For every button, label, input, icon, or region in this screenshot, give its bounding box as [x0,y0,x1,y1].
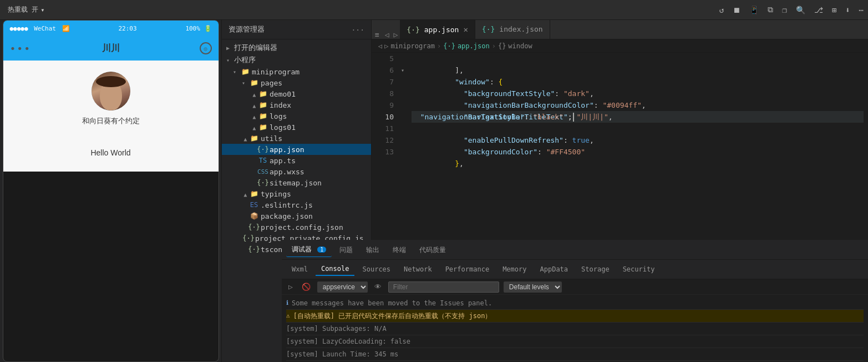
tree-item-pages[interactable]: ▾ 📁 pages [222,77,371,88]
copy-icon[interactable]: ❐ [782,6,786,14]
console-msg-1: ⚠ [自动热重载] 已开启代码文件保存后自动热重载（不支持 json） [372,310,864,323]
chevron-icon: ▶ [242,191,248,197]
console-filter-input[interactable] [388,281,499,293]
code-area[interactable]: ], "window": { "backgroundTextStyle": "d… [407,53,868,240]
tab-appdata[interactable]: AppData [534,263,573,275]
download-icon[interactable]: ⬇ [845,6,850,14]
console-messages: ℹ Some messages have been moved to the I… [372,295,868,362]
tab-storage[interactable]: Storage [576,263,615,275]
tab-nav-arrows[interactable]: ◁ ▷ [383,31,400,39]
console-msg-text-4: [system] Launch Time: 345 ms [372,349,398,359]
phone-signal: ●●●●● WeChat 📶 [10,25,70,32]
refresh-icon[interactable]: ↺ [719,6,724,14]
wxss-file-icon: CSS [258,167,267,176]
tab-network[interactable]: Network [398,263,438,275]
phone-time: 22:03 [118,25,136,32]
folder-name-pages: pages [261,79,282,87]
tree-item-logs[interactable]: ▶ 📁 logs [222,110,371,122]
explorer-title: 资源管理器 [229,24,265,34]
tab-output[interactable]: 输出 [372,243,385,257]
breadcrumb-forward[interactable]: ▷ [384,42,388,50]
tree-item-miniprogram[interactable]: ▾ 📁 miniprogram [222,66,371,77]
breadcrumb: ◁ ▷ miniprogram › {·} app.json › {} wind… [372,39,868,53]
tab-label-index-json: index.json [499,25,542,33]
line-num-9: 9 [372,99,394,111]
phone-icon[interactable]: 📱 [749,6,759,14]
folder-name-miniprogram: miniprogram [252,68,300,76]
ts-file-icon: TS [258,156,267,165]
tree-item-index[interactable]: ▶ 📁 index [222,99,371,110]
console-msg-4: [system] Launch Time: 345 ms [372,348,864,361]
console-level-select[interactable]: Default levels [504,281,562,293]
tree-item-eslint[interactable]: ES .eslintrc.js [222,199,371,210]
console-msg-text-0: Some messages have been moved to the Iss… [372,298,492,308]
folder-icon: 📁 [241,67,250,76]
console-msg-text-3: [system] LazyCodeLoading: false [372,336,410,346]
json2-tab-icon: {·} [482,25,495,33]
top-toolbar: 热重载 开 ▾ ↺ ⏹ 📱 ⧉ ❐ 🔍 ⎇ ⊞ ⬇ ⋯ [0,0,868,20]
stop-icon[interactable]: ⏹ [733,6,740,14]
tab-code-quality[interactable]: 代码质量 [414,243,451,257]
file-name-project-config: project.config.json [261,223,343,232]
console-msg-3: [system] LazyCodeLoading: false [372,335,864,348]
phone-camera-icon: ◎ [200,42,212,54]
more-icon[interactable]: ··· [352,26,364,34]
breadcrumb-sep-1: › [437,42,441,50]
file-name-eslint: .eslintrc.js [261,201,313,209]
file-name-sitemap: sitemap.json [270,179,322,187]
folder-name-logs01: logs01 [270,123,296,132]
search-icon[interactable]: 🔍 [796,6,805,14]
tab-nav-left[interactable]: ≡ [372,31,383,39]
line-num-5: 5 [372,53,394,64]
console-toolbar: ▷ 🚫 appservice 👁 Default levels [372,279,868,295]
tab-app-json[interactable]: {·} app.json ✕ [400,20,475,39]
chevron-icon: ▶ [226,45,232,51]
folder-icon: 📁 [258,100,267,109]
reload-button[interactable]: 热重载 开 ▾ [4,4,48,16]
chevron-icon: ▾ [233,69,238,75]
miniprogram-label: 小程序 [234,55,256,65]
tree-item-utils[interactable]: ▶ 📁 utils [222,133,371,144]
tree-item-logs01[interactable]: ▶ 📁 logs01 [222,122,371,133]
tab-memory[interactable]: Memory [497,263,532,275]
file-name-app-ts: app.ts [270,157,296,165]
grid-icon[interactable]: ⋯ [859,6,864,14]
folder-icon: 📁 [258,89,267,98]
cursor [573,113,574,122]
tab-close-icon[interactable]: ✕ [463,25,468,34]
console-eye-btn[interactable]: 👁 [372,281,384,292]
line-num-6: 6 [372,64,394,76]
miniprogram-section[interactable]: ▾ 小程序 [222,54,371,66]
fold-btn-6[interactable]: ▾ [398,64,407,76]
folder-icon: 📁 [250,134,258,143]
tree-item-app-wxss[interactable]: CSS app.wxss [222,166,371,177]
tree-item-demo01[interactable]: ▶ 📁 demo01 [222,88,371,99]
reload-label: 热重载 开 [8,5,38,14]
open-editors-section[interactable]: ▶ 打开的编辑器 [222,42,371,54]
tree-item-app-ts[interactable]: TS app.ts [222,155,371,166]
chevron-down-icon: ▾ [40,6,44,14]
tab-index-json[interactable]: {·} index.json [475,20,550,39]
tree-item-project-config[interactable]: {·} project.config.json [222,222,371,233]
folder-icon: 📁 [250,78,258,87]
tab-security[interactable]: Security [617,263,661,275]
tab-performance[interactable]: Performance [440,263,495,275]
devtools-tabs: Wxml Console Sources Network Performance… [372,260,868,279]
tree-item-sitemap[interactable]: {·} sitemap.json [222,177,371,188]
tree-item-app-json[interactable]: {·} app.json [222,144,371,155]
line-num-10: 10 [372,111,394,123]
line-numbers: 5 6 7 8 9 10 11 12 13 [372,53,398,240]
layout-icon[interactable]: ⊞ [832,6,836,14]
package-file-icon: 📦 [250,212,258,220]
tree-item-package[interactable]: 📦 package.json [222,210,371,222]
phone-statusbar: ●●●●● WeChat 📶 22:03 100% 🔋 [3,21,219,36]
bottom-panel: 调试器 1 问题 输出 终端 代码质量 Wxml [372,240,868,362]
tab-sources[interactable]: Sources [372,263,396,275]
explorer-icons: ··· [352,26,364,34]
tree-item-typings[interactable]: ▶ 📁 typings [222,188,371,199]
branch-icon[interactable]: ⎇ [814,6,823,14]
split-icon[interactable]: ⧉ [768,5,773,14]
breadcrumb-back[interactable]: ◁ [378,42,382,50]
line-num-11: 11 [372,123,394,134]
tab-terminal[interactable]: 终端 [387,243,412,257]
